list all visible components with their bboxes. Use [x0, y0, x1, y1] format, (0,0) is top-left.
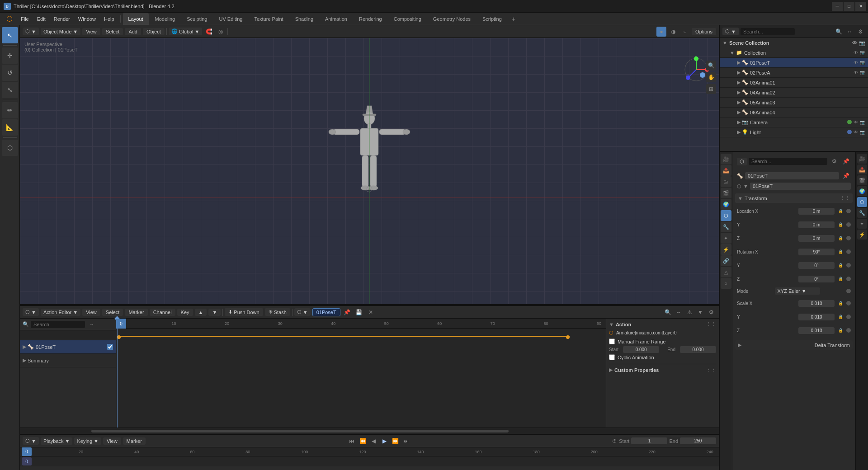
nla-search-input[interactable] — [31, 321, 85, 328]
view-menu[interactable]: View — [82, 28, 100, 35]
outliner-item-02posea[interactable]: ▶ 🦴 02PoseA 👁 📷 — [720, 68, 868, 78]
ws-tab-add-button[interactable]: + — [508, 14, 519, 24]
nla-track-row-01poset[interactable]: ▶ 🦴 01PoseT — [20, 340, 116, 354]
ws-tab-geometry-nodes[interactable]: Geometry Nodes — [428, 13, 476, 25]
camera-eye-icon[interactable]: 👁 — [854, 120, 858, 125]
active-object-name[interactable]: 01PoseT — [745, 172, 839, 179]
play-start-button[interactable]: ⏮ — [347, 436, 357, 446]
action-editor-dropdown[interactable]: Action Editor ▼ — [41, 309, 80, 316]
rotation-y-animate[interactable] — [846, 263, 851, 268]
scene-collection-eye[interactable]: 👁 — [852, 40, 857, 46]
viewport-grid-icon[interactable]: ⊞ — [706, 84, 716, 94]
properties-search-input[interactable] — [749, 158, 827, 165]
ws-tab-uv-editing[interactable]: UV Editing — [213, 13, 248, 25]
props-object-icon[interactable]: ⬡ — [857, 197, 867, 207]
scale-z-animate[interactable] — [846, 328, 851, 333]
start-frame-value[interactable]: 1 — [631, 437, 667, 444]
light-cam-icon[interactable]: 📷 — [860, 130, 865, 135]
snap-magnet-icon[interactable]: 🧲 — [204, 27, 214, 37]
tool-annotate[interactable]: ✏ — [2, 102, 18, 118]
rotation-z-animate[interactable] — [846, 277, 851, 281]
nla-scroll-thumb[interactable] — [91, 430, 509, 432]
rotation-mode-animate[interactable] — [846, 289, 851, 293]
track-visible-checkbox[interactable] — [107, 344, 113, 350]
prop-tab-modifier[interactable]: 🔧 — [721, 221, 731, 232]
props-physics-icon[interactable]: ⚡ — [857, 230, 867, 240]
nla-warning-icon[interactable]: ⚠ — [684, 307, 694, 317]
location-z-value[interactable]: 0 m — [798, 235, 835, 242]
proportional-edit-icon[interactable]: ◎ — [216, 27, 226, 37]
action-close-icon[interactable]: ✕ — [366, 307, 376, 317]
maximize-button[interactable]: □ — [844, 2, 854, 11]
nla-key-menu-up[interactable]: ▲ — [195, 309, 207, 316]
outliner-item-light[interactable]: ▶ 💡 Light 👁 📷 — [720, 127, 868, 137]
stash-button[interactable]: ✳ Stash — [265, 308, 290, 316]
scale-x-value[interactable]: 0.010 — [798, 300, 835, 307]
location-x-lock[interactable]: 🔒 — [835, 206, 845, 216]
outliner-search-input[interactable] — [741, 28, 795, 35]
viewport-zoom-icon[interactable]: 🔍 — [706, 61, 716, 70]
prop-tab-material[interactable]: ○ — [721, 278, 731, 289]
nla-key-menu[interactable]: Key — [177, 309, 193, 316]
prop-tab-constraints[interactable]: 🔗 — [721, 255, 731, 266]
nla-editor-type-dropdown[interactable]: ⬡ ▼ — [23, 308, 39, 316]
rotation-y-lock[interactable]: 🔒 — [835, 260, 845, 270]
scale-y-lock[interactable]: 🔒 — [835, 312, 845, 322]
tool-select[interactable]: ↖ — [2, 27, 18, 43]
action-save-icon[interactable]: 💾 — [354, 307, 364, 317]
cyclic-animation-checkbox[interactable] — [609, 354, 615, 360]
collection-camera-icon[interactable]: 📷 — [860, 50, 865, 55]
props-settings-icon[interactable]: ⚙ — [829, 156, 839, 166]
menu-window[interactable]: Window — [75, 15, 99, 23]
nla-summary-row[interactable]: ▶ Summary — [20, 354, 116, 367]
push-down-button[interactable]: ⬇ Push Down — [225, 308, 263, 316]
scale-x-lock[interactable]: 🔒 — [835, 298, 845, 308]
menu-help[interactable]: Help — [100, 15, 118, 23]
nla-sync-icon[interactable]: ↔ — [674, 307, 684, 317]
rotation-x-animate[interactable] — [846, 249, 851, 254]
action-name-field[interactable]: 01PoseT — [312, 308, 340, 316]
ws-tab-shading[interactable]: Shading — [290, 13, 319, 25]
tool-object-mode[interactable]: ⬡ — [2, 140, 18, 156]
nla-search-clear[interactable]: ↔ — [87, 320, 97, 329]
custom-properties-header[interactable]: ▶ Custom Properties ⋮⋮ — [609, 367, 716, 373]
transform-global-dropdown[interactable]: 🌐 Global ▼ — [169, 28, 203, 35]
location-z-lock[interactable]: 🔒 — [835, 233, 845, 243]
viewport-shading-solid[interactable]: ● — [656, 27, 666, 37]
rotation-x-lock[interactable]: 🔒 — [835, 247, 845, 257]
scale-z-lock[interactable]: 🔒 — [835, 325, 845, 335]
01poset-camera-icon[interactable]: 📷 — [860, 60, 865, 65]
prop-tab-world[interactable]: 🌍 — [721, 199, 731, 210]
viewport-hand-icon[interactable]: ✋ — [706, 72, 716, 82]
timeline-editor-type[interactable]: ⬡ ▼ — [23, 437, 39, 445]
menu-file[interactable]: File — [17, 15, 33, 23]
transform-more-icon[interactable]: ⋮⋮ — [840, 195, 850, 201]
options-btn[interactable]: Options — [692, 28, 716, 35]
prop-tab-output[interactable]: 📤 — [721, 165, 731, 176]
blender-menu-icon[interactable]: ⬡ — [3, 14, 16, 24]
ws-tab-rendering[interactable]: Rendering — [354, 13, 387, 25]
prop-tab-data[interactable]: △ — [721, 267, 731, 277]
rotation-x-value[interactable]: 90° — [798, 249, 835, 255]
scale-z-value[interactable]: 0.010 — [798, 327, 835, 334]
props-particles-icon[interactable]: ✦ — [857, 219, 867, 229]
rotation-mode-dropdown[interactable]: XYZ Euler ▼ — [775, 287, 820, 295]
props-output-icon[interactable]: 📤 — [857, 164, 867, 174]
nla-select-menu[interactable]: Select — [102, 309, 123, 316]
outliner-sync-icon[interactable]: ↔ — [844, 27, 854, 37]
prop-tab-view-layer[interactable]: 🗂 — [721, 176, 731, 187]
delta-transform-header[interactable]: ▶ Delta Transform — [735, 340, 853, 350]
play-next-keyframe-button[interactable]: ⏩ — [390, 436, 400, 446]
props-world-icon[interactable]: 🌍 — [857, 186, 867, 196]
collection-eye-icon[interactable]: 👁 — [854, 50, 858, 55]
viewport-area[interactable]: ⬡ ▼ Object Mode ▼ View Select Add Object… — [20, 25, 719, 305]
end-frame-value[interactable]: 250 — [680, 437, 716, 444]
nla-settings-icon[interactable]: ⚙ — [706, 307, 716, 317]
viewport-shading-rendered[interactable]: ○ — [680, 27, 690, 37]
transform-section-header[interactable]: ▼ Transform ⋮⋮ — [735, 193, 853, 203]
ws-tab-texture-paint[interactable]: Texture Paint — [249, 13, 288, 25]
nla-filter-icon[interactable]: 🔍 — [663, 307, 673, 317]
play-end-button[interactable]: ⏭ — [401, 436, 411, 446]
data-block-name[interactable]: 01PoseT — [750, 183, 851, 190]
active-object-pin[interactable]: 📌 — [841, 171, 851, 181]
